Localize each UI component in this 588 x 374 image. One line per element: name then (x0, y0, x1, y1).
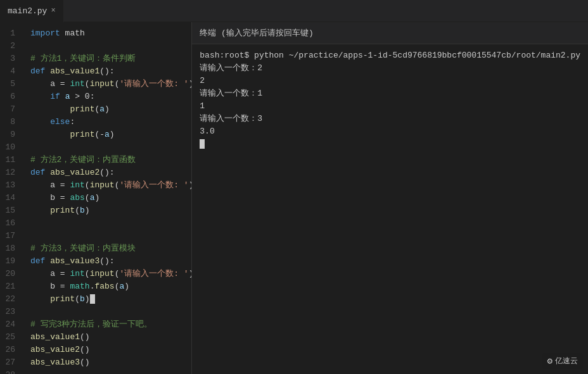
terminal-cursor-line (200, 138, 580, 151)
terminal-title: 终端 (输入完毕后请按回车键) (200, 27, 313, 39)
terminal-content[interactable]: bash:root$ python ~/practice/apps-1-id-5… (192, 44, 588, 374)
line-number: 8 (0, 116, 20, 128)
code-line (30, 230, 191, 242)
code-line: def abs_value3(): (30, 255, 191, 268)
terminal-cursor (200, 139, 205, 149)
code-line: if a > 0: (30, 90, 191, 103)
line-number: 3 (0, 53, 20, 65)
code-line: a = int(input('请输入一个数: ')) (30, 268, 191, 280)
code-line: b = math.fabs(a) (30, 280, 191, 293)
line-number: 25 (0, 331, 20, 344)
line-number: 17 (0, 230, 20, 242)
code-line: print(b) (30, 293, 191, 306)
code-line (30, 217, 191, 230)
code-line: print(-a) (30, 128, 191, 141)
line-number: 26 (0, 344, 20, 356)
code-area: 1234567891011121314151617181920212223242… (0, 22, 191, 374)
line-number: 23 (0, 306, 20, 318)
terminal-line: 请输入一个数：2 (200, 62, 580, 75)
code-line: # 写完3种方法后，验证一下吧。 (30, 318, 191, 331)
code-line: abs_value1() (30, 331, 191, 344)
line-number: 6 (0, 90, 20, 103)
line-number: 4 (0, 65, 20, 78)
line-number: 10 (0, 141, 20, 154)
line-number: 1 (0, 27, 20, 40)
line-number: 15 (0, 204, 20, 217)
code-line (30, 40, 191, 53)
code-line: print(b) (30, 204, 191, 217)
watermark-icon: ⚙ (547, 356, 553, 366)
line-number: 11 (0, 154, 20, 166)
code-line: abs_value3() (30, 356, 191, 369)
code-line: a = int(input('请输入一个数: ')) (30, 78, 191, 90)
watermark: ⚙ 亿速云 (542, 353, 583, 369)
code-line (30, 141, 191, 154)
terminal-pane: 终端 (输入完毕后请按回车键) bash:root$ python ~/prac… (192, 22, 588, 374)
line-number: 20 (0, 268, 20, 280)
code-line: # 方法3，关键词：内置模块 (30, 242, 191, 255)
code-line: print(a) (30, 103, 191, 116)
line-number: 12 (0, 166, 20, 179)
line-number: 2 (0, 40, 20, 53)
line-number: 27 (0, 356, 20, 369)
line-number: 22 (0, 293, 20, 306)
code-line: import math (30, 27, 191, 40)
line-numbers: 1234567891011121314151617181920212223242… (0, 22, 25, 374)
tab-main2py[interactable]: main2.py × (0, 0, 64, 22)
code-line: # 方法2，关键词：内置函数 (30, 154, 191, 166)
code-line: def abs_value2(): (30, 166, 191, 179)
terminal-line: 2 (200, 75, 580, 87)
line-number: 19 (0, 255, 20, 268)
terminal-header: 终端 (输入完毕后请按回车键) (192, 22, 588, 44)
terminal-line: bash:root$ python ~/practice/apps-1-id-5… (200, 49, 580, 62)
line-number: 16 (0, 217, 20, 230)
line-number: 13 (0, 179, 20, 192)
line-number: 14 (0, 192, 20, 204)
tab-filename: main2.py (8, 6, 47, 16)
main-layout: 1234567891011121314151617181920212223242… (0, 22, 588, 374)
code-content[interactable]: import math # 方法1，关键词：条件判断def abs_value1… (25, 22, 191, 374)
watermark-text: 亿速云 (555, 356, 578, 366)
code-line: else: (30, 116, 191, 128)
code-line: b = abs(a) (30, 192, 191, 204)
tab-bar: main2.py × (0, 0, 588, 22)
code-line: abs_value2() (30, 344, 191, 356)
terminal-line: 1 (200, 100, 580, 113)
code-line: def abs_value1(): (30, 65, 191, 78)
line-number: 28 (0, 369, 20, 374)
code-line (30, 369, 191, 374)
line-number: 5 (0, 78, 20, 90)
line-number: 24 (0, 318, 20, 331)
text-cursor (90, 294, 95, 304)
line-number: 21 (0, 280, 20, 293)
code-line (30, 306, 191, 318)
code-line: a = int(input('请输入一个数: ')) (30, 179, 191, 192)
tab-close-button[interactable]: × (51, 6, 55, 15)
line-number: 7 (0, 103, 20, 116)
editor-pane: 1234567891011121314151617181920212223242… (0, 22, 192, 374)
terminal-line: 请输入一个数：1 (200, 87, 580, 100)
code-line: # 方法1，关键词：条件判断 (30, 53, 191, 65)
line-number: 9 (0, 128, 20, 141)
terminal-line: 3.0 (200, 125, 580, 138)
terminal-line: 请输入一个数：3 (200, 113, 580, 125)
line-number: 18 (0, 242, 20, 255)
